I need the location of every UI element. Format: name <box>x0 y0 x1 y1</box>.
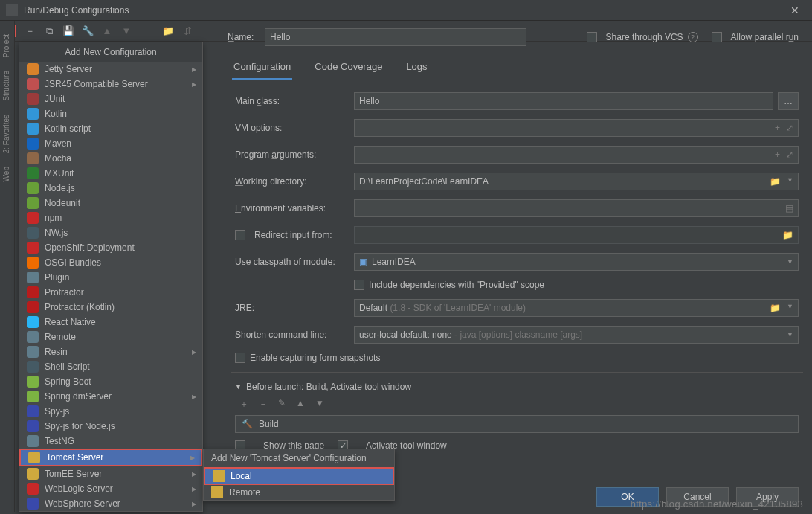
tomcat-remote-item[interactable]: Remote <box>204 485 394 500</box>
config-type-spring-dmserver[interactable]: Spring dmServer▶ <box>19 389 202 404</box>
close-icon[interactable]: ✕ <box>784 4 806 16</box>
config-type-label: Nodeunit <box>45 198 80 208</box>
config-type-nw-js[interactable]: NW.js <box>19 225 202 240</box>
tab-logs[interactable]: Logs <box>405 57 428 80</box>
folder-icon[interactable]: 📁 <box>770 176 781 187</box>
config-type-jsr45-compatible-server[interactable]: JSR45 Compatible Server▶ <box>19 77 202 91</box>
config-type-icon <box>27 316 39 328</box>
jre-select[interactable]: Default (1.8 - SDK of 'LearnIDEA' module… <box>354 299 799 317</box>
config-type-openshift-deployment[interactable]: OpenShift Deployment <box>19 240 202 255</box>
save-config-button[interactable]: 💾 <box>62 25 74 37</box>
side-tab-web[interactable]: Web <box>2 167 10 181</box>
config-type-label: Kotlin <box>45 109 67 119</box>
config-type-npm[interactable]: npm <box>19 211 202 225</box>
folder-icon[interactable]: 📁 <box>770 303 781 313</box>
config-type-weblogic-server[interactable]: WebLogic Server▶ <box>19 481 202 496</box>
config-type-icon <box>27 227 39 239</box>
provided-checkbox[interactable] <box>354 280 364 290</box>
before-launch-header[interactable]: ▼ Before launch: Build, Activate tool wi… <box>235 382 799 392</box>
tomcat-local-item[interactable]: Local <box>205 469 393 484</box>
config-type-maven[interactable]: Maven <box>19 136 202 151</box>
plus-icon[interactable]: + <box>775 150 780 160</box>
snapshots-label: Enable capturing form snapshots <box>250 353 380 363</box>
config-type-label: Jetty Server <box>45 64 92 74</box>
titlebar: Run/Debug Configurations ✕ <box>0 0 812 21</box>
config-type-jetty-server[interactable]: Jetty Server▶ <box>19 62 202 77</box>
args-field[interactable]: +⤢ <box>354 146 799 164</box>
edit-task-button[interactable]: ✎ <box>278 398 286 411</box>
browse-main-class-button[interactable]: … <box>778 92 799 110</box>
down-task-button[interactable]: ▼ <box>315 398 324 411</box>
shorten-select[interactable]: user-local default: none - java [options… <box>354 326 799 344</box>
config-type-icon <box>27 346 39 358</box>
config-type-remote[interactable]: Remote <box>19 330 202 344</box>
config-type-nodeunit[interactable]: Nodeunit <box>19 196 202 211</box>
config-type-osgi-bundles[interactable]: OSGi Bundles <box>19 255 202 270</box>
redirect-checkbox[interactable] <box>235 230 245 240</box>
expand-icon[interactable]: ⤢ <box>786 123 793 133</box>
config-type-resin[interactable]: Resin▶ <box>19 344 202 359</box>
config-type-node-js[interactable]: Node.js <box>19 181 202 196</box>
chevron-down-icon[interactable]: ▼ <box>787 303 793 313</box>
config-type-label: npm <box>45 213 62 223</box>
env-field[interactable]: ▤ <box>354 199 799 217</box>
config-type-spring-boot[interactable]: Spring Boot <box>19 374 202 389</box>
wd-field[interactable]: D:\LearnProjectCode\LearnIDEA📁▼ <box>354 173 799 190</box>
config-type-mocha[interactable]: Mocha <box>19 151 202 166</box>
config-type-icon <box>27 331 39 343</box>
add-task-button[interactable]: ＋ <box>239 398 248 411</box>
plus-icon[interactable]: + <box>775 123 780 133</box>
name-input[interactable] <box>265 28 526 46</box>
folder-icon[interactable]: 📁 <box>162 25 174 37</box>
config-type-tomee-server[interactable]: TomEE Server▶ <box>19 466 202 481</box>
help-icon[interactable]: ? <box>688 32 698 42</box>
tab-code-coverage[interactable]: Code Coverage <box>313 57 384 80</box>
chevron-down-icon[interactable]: ▼ <box>787 176 793 187</box>
side-tab-favorites[interactable]: 2: Favorites <box>2 115 10 153</box>
config-type-plugin[interactable]: Plugin <box>19 270 202 285</box>
up-task-button[interactable]: ▲ <box>296 398 305 411</box>
collapse-caret-icon[interactable]: ▼ <box>235 383 242 391</box>
remove-config-button[interactable]: － <box>24 25 36 37</box>
classpath-select[interactable]: ▣LearnIDEA▼ <box>354 253 799 271</box>
chevron-down-icon[interactable]: ▼ <box>787 258 793 266</box>
tab-configuration[interactable]: Configuration <box>232 57 292 80</box>
main-class-field[interactable]: Hello <box>354 92 773 110</box>
snapshots-checkbox[interactable] <box>235 353 245 363</box>
config-type-junit[interactable]: JUnit <box>19 91 202 106</box>
move-down-button[interactable]: ▼ <box>120 25 132 37</box>
config-type-websphere-server[interactable]: WebSphere Server▶ <box>19 496 202 511</box>
config-type-shell-script[interactable]: Shell Script <box>19 359 202 374</box>
chevron-down-icon[interactable]: ▼ <box>787 331 793 338</box>
config-type-testng[interactable]: TestNG <box>19 434 202 449</box>
config-type-icon <box>27 391 39 402</box>
collapse-icon[interactable]: ⇵ <box>181 25 193 37</box>
config-type-protractor-kotlin-[interactable]: Protractor (Kotlin) <box>19 300 202 315</box>
remove-task-button[interactable]: － <box>259 398 268 411</box>
config-type-icon <box>27 301 39 313</box>
config-type-protractor[interactable]: Protractor <box>19 285 202 300</box>
list-icon[interactable]: ▤ <box>785 203 793 213</box>
side-tab-structure[interactable]: Structure <box>2 71 10 101</box>
wrench-icon[interactable]: 🔧 <box>82 25 94 37</box>
vm-options-field[interactable]: +⤢ <box>354 119 799 137</box>
config-type-tomcat-server[interactable]: Tomcat Server▶ <box>21 450 201 465</box>
config-type-label: Plugin <box>45 272 69 283</box>
config-type-kotlin-script[interactable]: Kotlin script <box>19 121 202 136</box>
main-class-label: Main class: <box>235 96 354 106</box>
build-task-row[interactable]: 🔨 Build <box>235 415 799 433</box>
config-type-mxunit[interactable]: MXUnit <box>19 166 202 181</box>
config-type-spy-js-for-node-js[interactable]: Spy-js for Node.js <box>19 419 202 434</box>
config-type-kotlin[interactable]: Kotlin <box>19 106 202 121</box>
config-type-react-native[interactable]: React Native <box>19 315 202 330</box>
config-type-icon <box>27 376 39 388</box>
copy-config-button[interactable]: ⧉ <box>43 25 55 37</box>
expand-icon[interactable]: ⤢ <box>786 150 793 160</box>
parallel-run-checkbox[interactable] <box>712 32 722 42</box>
config-type-spy-js[interactable]: Spy-js <box>19 404 202 419</box>
side-tab-project[interactable]: Project <box>2 34 10 57</box>
tabs: Configuration Code Coverage Logs <box>228 57 799 80</box>
move-up-button[interactable]: ▲ <box>101 25 113 37</box>
submenu-arrow-icon: ▶ <box>190 454 195 461</box>
share-vcs-checkbox[interactable] <box>587 32 597 42</box>
